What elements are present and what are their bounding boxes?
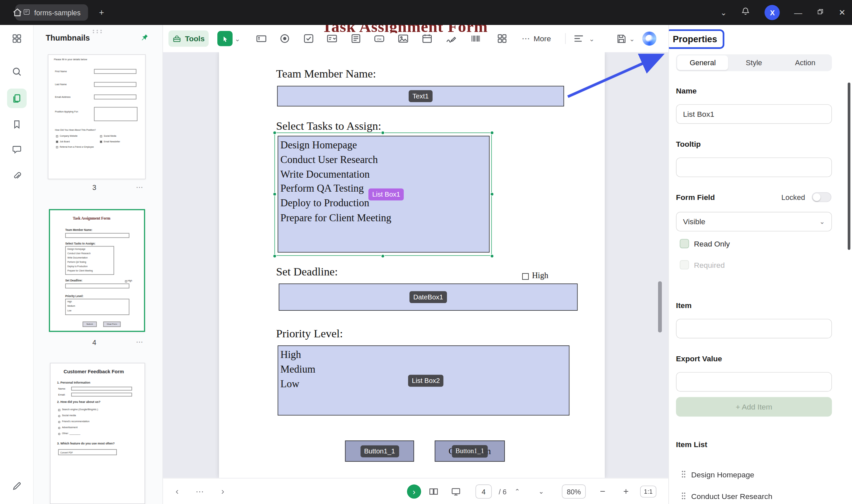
actual-size-button[interactable]: 1:1 <box>640 486 656 498</box>
required-checkbox[interactable] <box>680 260 689 269</box>
locked-toggle[interactable] <box>812 192 831 202</box>
tab-style[interactable]: Style <box>728 56 779 70</box>
document-tab[interactable]: forms-samples <box>15 4 88 21</box>
thumb4-more-button[interactable]: ⋯ <box>136 338 143 346</box>
selection-handle[interactable] <box>273 254 277 258</box>
image-field-tool-icon[interactable] <box>396 32 410 46</box>
thumb5-label: Name: <box>58 387 66 390</box>
next-icon[interactable]: › <box>218 479 227 504</box>
zoom-value[interactable]: 80% <box>562 484 586 498</box>
high-checkbox[interactable] <box>522 273 529 280</box>
listbox1-item[interactable]: Design Homepage <box>278 138 489 153</box>
list-box-tool-icon[interactable] <box>349 32 363 46</box>
select-tool-button[interactable] <box>217 31 233 46</box>
form-field-label: Form Field <box>676 193 715 202</box>
item-input[interactable] <box>676 319 832 338</box>
required-label: Required <box>694 261 725 269</box>
new-tab-button[interactable]: + <box>99 8 104 17</box>
zoom-out-icon[interactable]: − <box>598 479 607 504</box>
selection-handle[interactable] <box>490 192 494 196</box>
pin-icon[interactable] <box>139 33 149 45</box>
item-list-row[interactable]: Conduct User Research <box>676 488 832 504</box>
thumbnail-page-3[interactable]: Please fill in your details below First … <box>48 54 146 179</box>
bookmarks-icon[interactable] <box>7 114 26 134</box>
prev-icon[interactable]: ‹ <box>173 479 181 504</box>
thumbnail-page-4[interactable]: Task Assignment Form Team Member Name: S… <box>49 209 145 332</box>
save-chevron-icon[interactable]: ⌄ <box>629 35 635 43</box>
listbox1-item[interactable]: Conduct User Research <box>278 152 489 167</box>
checkbox-tool-icon[interactable] <box>302 32 316 46</box>
status-bar: ‹ ⋯ › › 4 / 6 ⌃ ⌄ 80% − + 1:1 <box>163 478 668 504</box>
restore-button[interactable] <box>816 7 824 18</box>
apps-grid-icon[interactable] <box>7 29 26 49</box>
tab-action[interactable]: Action <box>779 56 831 70</box>
stylus-pen-icon[interactable] <box>7 476 26 496</box>
listbox1-item[interactable]: Write Documentation <box>278 167 489 182</box>
radio-button-tool-icon[interactable] <box>278 32 291 46</box>
name-input[interactable]: List Box1 <box>676 104 832 124</box>
tools-button[interactable]: Tools <box>168 30 209 47</box>
screen-view-icon[interactable] <box>449 479 463 504</box>
comments-icon[interactable] <box>7 140 26 159</box>
expand-panel-button[interactable]: › <box>407 484 421 498</box>
text-field-tool-icon[interactable] <box>254 32 268 46</box>
thumb3-more-button[interactable]: ⋯ <box>136 183 143 191</box>
listbox1-item[interactable]: Prepare for Client Meeting <box>278 211 489 225</box>
titlebar-chevron-down-icon[interactable]: ⌄ <box>720 8 727 17</box>
datebox-field[interactable]: DateBox1 <box>279 284 578 311</box>
alignment-chevron-icon[interactable]: ⌄ <box>589 35 594 43</box>
page-number-input[interactable]: 4 <box>476 484 492 498</box>
selection-handle[interactable] <box>381 254 385 258</box>
panel-drag-handle[interactable] <box>91 26 103 36</box>
tooltip-input[interactable] <box>676 157 832 177</box>
user-avatar[interactable]: X <box>765 5 780 20</box>
read-only-checkbox[interactable] <box>680 239 689 248</box>
document-canvas[interactable]: Team Member Name: Text1 Select Tasks to … <box>163 52 668 478</box>
selection-handle[interactable] <box>273 192 277 196</box>
export-value-input[interactable] <box>676 372 832 392</box>
thumb4-page-number: 4 <box>92 338 96 346</box>
thumbnails-panel-icon[interactable] <box>7 89 26 108</box>
zoom-in-icon[interactable]: + <box>621 479 631 504</box>
arrange-fields-tool-icon[interactable] <box>495 32 509 46</box>
notifications-bell-icon[interactable] <box>741 7 750 19</box>
push-button-tool-icon[interactable]: OK <box>372 32 386 46</box>
thumb5-dropdown-value: Convert PDF <box>60 451 73 454</box>
page-up-icon[interactable]: ⌃ <box>513 479 521 504</box>
text1-field[interactable]: Text1 <box>277 86 564 106</box>
drag-handle-icon[interactable] <box>681 470 686 480</box>
drag-handle-icon[interactable] <box>681 492 686 501</box>
visibility-dropdown[interactable]: Visible ⌄ <box>676 212 832 232</box>
more-tools-button[interactable]: ⋯ More <box>521 32 551 46</box>
canvas-scrollbar[interactable] <box>658 282 662 332</box>
search-icon[interactable] <box>7 62 26 82</box>
save-icon[interactable] <box>614 32 628 46</box>
selection-handle[interactable] <box>490 131 494 134</box>
item-list-text: Conduct User Research <box>691 492 773 501</box>
select-tool-chevron-icon[interactable]: ⌄ <box>235 35 240 43</box>
page-down-icon[interactable]: ⌄ <box>537 479 546 504</box>
properties-scrollbar[interactable] <box>848 83 850 250</box>
item-list-row[interactable]: Design Homepage <box>676 466 832 483</box>
statusbar-more-icon[interactable]: ⋯ <box>195 479 206 504</box>
clear-form-button[interactable]: Clear Form Button1_1 <box>434 440 505 462</box>
combo-box-tool-icon[interactable] <box>325 32 339 46</box>
close-button[interactable]: ✕ <box>839 8 846 17</box>
submit-form-button[interactable]: Button1_1 <box>345 440 414 462</box>
selection-handle[interactable] <box>273 131 277 134</box>
page-spread-icon[interactable] <box>427 479 441 504</box>
listbox2-item[interactable]: High <box>278 348 569 362</box>
ai-assistant-icon[interactable] <box>642 32 656 46</box>
selection-handle[interactable] <box>490 254 494 258</box>
alignment-tool-icon[interactable] <box>572 32 586 46</box>
date-field-tool-icon[interactable] <box>420 32 434 46</box>
tab-general[interactable]: General <box>677 56 728 70</box>
minimize-button[interactable]: — <box>794 8 802 17</box>
thumbnail-page-5[interactable]: Customer Feedback Form 1. Personal Infor… <box>50 363 145 504</box>
add-item-button[interactable]: + Add Item <box>676 397 832 417</box>
barcode-field-tool-icon[interactable] <box>468 32 482 46</box>
attachments-icon[interactable] <box>7 166 26 185</box>
home-icon[interactable] <box>12 7 23 20</box>
selection-handle[interactable] <box>381 131 385 134</box>
signature-field-tool-icon[interactable] <box>444 32 458 46</box>
